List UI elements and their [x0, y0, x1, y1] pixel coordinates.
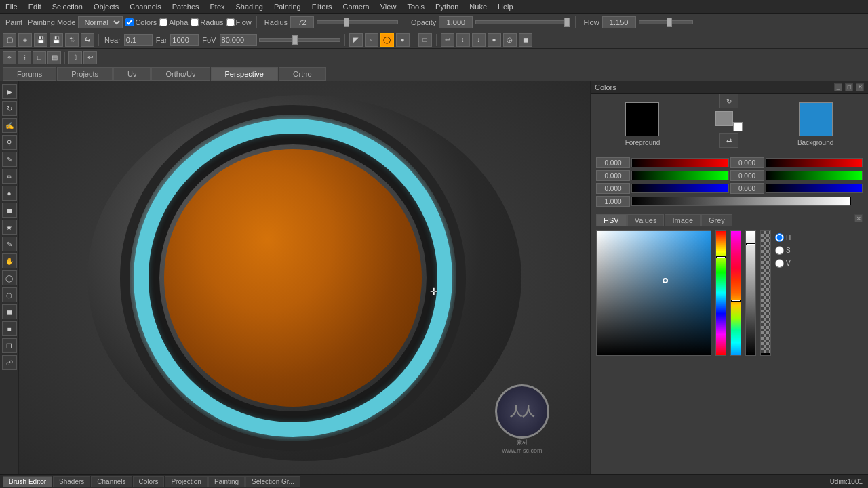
tab-selection-gr[interactable]: Selection Gr...	[245, 476, 300, 487]
tab-uv[interactable]: Uv	[113, 67, 151, 81]
rotate-tool[interactable]: ↻	[2, 101, 17, 116]
fill-tool[interactable]: ◼	[2, 203, 17, 218]
swap-colors-btn[interactable]: ⇄	[719, 133, 738, 148]
tab-painting[interactable]: Painting	[208, 476, 245, 487]
transform-tool[interactable]: ◯	[2, 270, 17, 285]
radius-checkbox[interactable]: Radius	[191, 18, 223, 26]
tab-projects[interactable]: Projects	[57, 67, 113, 81]
clone-tool[interactable]: ●	[2, 186, 17, 201]
flow-checkbox1[interactable]: Flow	[226, 18, 252, 26]
marquee-tool[interactable]: ★	[2, 220, 17, 235]
tool-btn2[interactable]: ▤	[47, 51, 61, 64]
radius-value[interactable]	[290, 16, 314, 28]
transform2-btn[interactable]: ⇆	[81, 33, 94, 47]
r-value1[interactable]	[596, 157, 630, 168]
tab-hsv[interactable]: HSV	[596, 214, 627, 226]
tab-brush-editor[interactable]: Brush Editor	[3, 476, 52, 487]
g-slider2[interactable]	[766, 171, 863, 180]
menu-tools[interactable]: Tools	[401, 1, 430, 12]
alpha-checkbox[interactable]: Alpha	[159, 18, 188, 26]
radio-v[interactable]: V	[775, 259, 791, 268]
menu-edit[interactable]: Edit	[23, 1, 47, 12]
radius-slider[interactable]	[317, 20, 398, 24]
alpha-bar[interactable]	[760, 230, 771, 356]
restore-btn[interactable]: ◻	[845, 83, 853, 92]
g-value2[interactable]	[730, 170, 764, 181]
zoom-btn[interactable]: ●	[488, 33, 501, 47]
lasso-btn[interactable]: ↩	[83, 51, 97, 64]
menu-help[interactable]: Help	[492, 1, 519, 12]
clone2-tool[interactable]: ◼	[2, 304, 17, 319]
close-btn[interactable]: ✕	[856, 83, 864, 92]
radio-h[interactable]: H	[775, 233, 791, 242]
flow-value[interactable]	[602, 16, 636, 28]
r-slider2[interactable]	[766, 158, 863, 167]
near-value[interactable]	[124, 34, 153, 46]
zoom-tool[interactable]: ⚲	[2, 135, 17, 150]
open-btn[interactable]: ⎈	[18, 33, 32, 47]
menu-patches[interactable]: Patches	[167, 1, 205, 12]
a-slider[interactable]	[631, 197, 850, 206]
g-value1[interactable]	[596, 170, 630, 181]
tab-forums[interactable]: Forums	[3, 67, 56, 81]
tab-channels[interactable]: Channels	[91, 476, 132, 487]
tab-image[interactable]: Image	[665, 214, 701, 226]
opacity-value[interactable]	[439, 16, 473, 28]
fov-slider[interactable]	[259, 38, 340, 42]
saturation-bar[interactable]	[730, 230, 741, 356]
measure-tool[interactable]: ■	[2, 321, 17, 336]
view-btn2[interactable]: ◦	[365, 33, 378, 47]
grab-tool[interactable]: ✍	[2, 118, 17, 133]
orbit-btn[interactable]: ◶	[503, 33, 517, 47]
extra-btn[interactable]: ◼	[519, 33, 532, 47]
tab-values[interactable]: Values	[627, 214, 665, 226]
view-btn4[interactable]: ●	[396, 33, 410, 47]
menu-painting[interactable]: Painting	[269, 1, 307, 12]
new-btn[interactable]: ▢	[3, 33, 16, 47]
colors-checkbox[interactable]: Colors	[125, 18, 157, 26]
r-slider[interactable]	[631, 158, 729, 167]
menu-ptex[interactable]: Ptex	[205, 1, 231, 12]
pin-tool[interactable]: ☍	[2, 355, 17, 370]
tool-btn1[interactable]: □	[33, 51, 46, 64]
menu-view[interactable]: View	[375, 1, 402, 12]
opacity-slider[interactable]	[475, 20, 570, 24]
move-btn[interactable]: ↕	[456, 33, 470, 47]
g-slider[interactable]	[631, 171, 729, 180]
brush-tool[interactable]: ✎	[2, 152, 17, 167]
a-value1[interactable]	[596, 196, 630, 207]
saveas-btn[interactable]: 💾	[50, 33, 63, 47]
eyedropper2-tool[interactable]: ✋	[2, 253, 17, 268]
b-value2[interactable]	[730, 183, 764, 194]
save-btn[interactable]: 💾	[34, 33, 47, 47]
viewport[interactable]: ✛ 人人 素材 www.rr-sc.com	[19, 81, 590, 474]
menu-objects[interactable]: Objects	[88, 1, 124, 12]
painting-mode-dropdown[interactable]: Normal	[78, 16, 123, 28]
mode-btn1[interactable]: □	[418, 33, 432, 47]
menu-file[interactable]: File	[0, 1, 23, 12]
menu-nuke[interactable]: Nuke	[464, 1, 492, 12]
undo-btn[interactable]: ↩	[441, 33, 454, 47]
view-btn3[interactable]: ◯	[380, 33, 394, 47]
far-value[interactable]	[170, 34, 199, 46]
menu-selection[interactable]: Selection	[47, 1, 88, 12]
view-btn1[interactable]: ◤	[349, 33, 363, 47]
flow-slider[interactable]	[639, 20, 693, 24]
menu-camera[interactable]: Camera	[338, 1, 375, 12]
b-slider2[interactable]	[766, 184, 863, 193]
b-value1[interactable]	[596, 183, 630, 194]
transform3-btn[interactable]: ⁝	[18, 51, 31, 64]
menu-channels[interactable]: Channels	[124, 1, 166, 12]
minimize-btn[interactable]: _	[834, 83, 842, 92]
b-slider[interactable]	[631, 184, 729, 193]
fov-value[interactable]	[220, 34, 257, 46]
hue-bar[interactable]	[715, 230, 726, 356]
select-tool[interactable]: ▶	[2, 84, 17, 99]
r-value2[interactable]	[730, 157, 764, 168]
tab-projection[interactable]: Projection	[165, 476, 207, 487]
background-swatch[interactable]	[799, 102, 833, 136]
menu-python[interactable]: Python	[430, 1, 464, 12]
foreground-swatch[interactable]	[625, 102, 659, 136]
transform1-btn[interactable]: ⇅	[65, 33, 79, 47]
smear-tool[interactable]: ✏	[2, 169, 17, 184]
